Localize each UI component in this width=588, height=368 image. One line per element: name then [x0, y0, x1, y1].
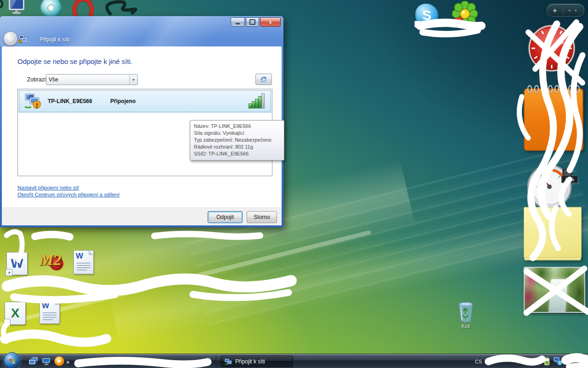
network-task-icon — [225, 358, 232, 365]
dialog-footer: Odpojit Storno — [2, 207, 282, 225]
sticky-note-gadget[interactable] — [524, 207, 582, 258]
network-filter-dropdown[interactable]: Vše ▼ — [46, 74, 138, 85]
battery-tray-icon[interactable] — [544, 357, 550, 366]
word-doc-letter: W — [42, 301, 49, 310]
shortcut-arrow-icon: ↗ — [451, 21, 458, 28]
word-app-shortcut-icon[interactable]: W ↗ — [6, 252, 28, 275]
sidebar-add-gadget-control[interactable]: + ◂ ▸ — [547, 4, 584, 17]
switch-windows-icon[interactable] — [28, 356, 39, 366]
add-gadget-icon[interactable]: + — [547, 6, 563, 14]
tooltip-line: SSID: TP-LINK_E9E566 — [194, 150, 280, 157]
close-icon: x — [269, 19, 271, 25]
minimize-icon — [236, 23, 240, 24]
show-desktop-icon[interactable] — [41, 356, 51, 366]
wireless-network-icon — [24, 93, 41, 109]
setup-connection-link[interactable]: Nastavit připojení nebo síť — [17, 185, 79, 190]
back-arrow-icon — [7, 35, 14, 42]
shortcut-arrow-icon: ↗ — [414, 21, 421, 28]
network-window-icon — [18, 34, 28, 43]
skype-shortcut-icon[interactable]: S ↗ — [415, 4, 438, 27]
taskbar-button-label: Připojit k síti — [235, 358, 265, 365]
shortcut-arrow-icon: ↗ — [4, 319, 11, 326]
recycle-bin-icon[interactable]: Koš — [454, 302, 478, 329]
gadget-page-arrows-icon[interactable]: ◂ ▸ — [563, 8, 584, 12]
tooltip-line: Síla signálu: Vynikající — [194, 130, 280, 137]
language-indicator[interactable]: CS — [475, 359, 482, 364]
excel-app-shortcut-icon[interactable]: X ↗ — [5, 302, 26, 325]
cpu-usage-badge: 43% — [561, 176, 578, 183]
icq-shortcut-icon[interactable]: ↗ — [452, 1, 478, 27]
skype-letter: S — [422, 7, 431, 23]
tooltip-line: Typ zabezpečení: Nezabezpečeno — [194, 137, 280, 144]
refresh-icon — [260, 76, 267, 83]
network-sharing-center-link[interactable]: Otevřít Centrum síťových připojení a sdí… — [17, 192, 119, 197]
m2-game-shortcut-icon[interactable]: M2 — [40, 250, 65, 274]
maximize-button[interactable] — [246, 17, 259, 27]
network-tray-icon[interactable] — [553, 356, 563, 366]
word-doc-letter: W — [76, 252, 83, 261]
cancel-button[interactable]: Storno — [247, 211, 277, 223]
window-title: Připojit k síti — [40, 36, 69, 43]
recycle-bin-label: Koš — [454, 323, 478, 329]
minimize-button[interactable] — [231, 17, 245, 27]
clock-gadget[interactable] — [527, 24, 576, 73]
taskbar-button-connect-to-network[interactable]: Připojit k síti — [220, 356, 293, 367]
maximize-icon — [249, 19, 255, 25]
excel-letter: X — [11, 306, 20, 321]
media-player-icon[interactable] — [54, 356, 64, 366]
page-fold — [89, 250, 94, 255]
main-instruction: Odpojte se nebo se připojte k jiné síti. — [17, 58, 132, 65]
dropdown-selected-value: Vše — [46, 76, 129, 83]
play-icon — [58, 359, 61, 363]
network-info-tooltip: Název: TP-LINK_E9E566 Síla signálu: Vyni… — [190, 120, 284, 161]
tooltip-line: Rádiové rozhraní: 802.11g — [194, 144, 280, 150]
refresh-button[interactable] — [255, 74, 272, 85]
signal-strength-icon — [249, 93, 265, 109]
notes-gadget[interactable] — [524, 88, 583, 151]
disc-center-icon — [47, 4, 55, 12]
desktop: S ↗ ↗ W ↗ M2 — [0, 0, 588, 368]
show-label: Zobrazit — [27, 76, 47, 83]
m2-logo: M2 — [40, 251, 61, 269]
word-document-icon[interactable]: W — [74, 250, 94, 274]
chevron-down-icon[interactable]: ▼ — [129, 75, 137, 85]
windows-flag-icon — [8, 357, 16, 364]
media-app-icon[interactable] — [40, 0, 62, 18]
tooltip-line: Název: TP-LINK_E9E566 — [194, 123, 280, 130]
network-status: Připojeno — [110, 98, 136, 104]
close-button[interactable]: x — [260, 17, 281, 27]
taskbar: » Připojit k síti CS — [0, 354, 588, 368]
network-name: TP-LINK_E9E566 — [48, 98, 92, 104]
disconnect-button[interactable]: Odpojit — [208, 211, 243, 223]
slideshow-gadget[interactable] — [524, 267, 585, 313]
slideshow-photo — [525, 268, 584, 312]
page-fold — [55, 300, 60, 305]
spiral-binding-icon — [527, 85, 580, 93]
network-list-item[interactable]: TP-LINK_E9E566 Připojeno — [18, 90, 271, 113]
waterfall — [548, 279, 567, 313]
start-button[interactable] — [4, 352, 20, 368]
quick-launch-overflow-chevron[interactable]: » — [66, 358, 69, 365]
computer-icon[interactable] — [7, 0, 28, 17]
word-letter: W — [11, 256, 23, 271]
word-document-icon[interactable]: W — [40, 300, 60, 324]
shortcut-arrow-icon: ↗ — [6, 269, 12, 276]
back-button[interactable] — [3, 31, 18, 46]
taskbar-separator — [216, 355, 216, 367]
